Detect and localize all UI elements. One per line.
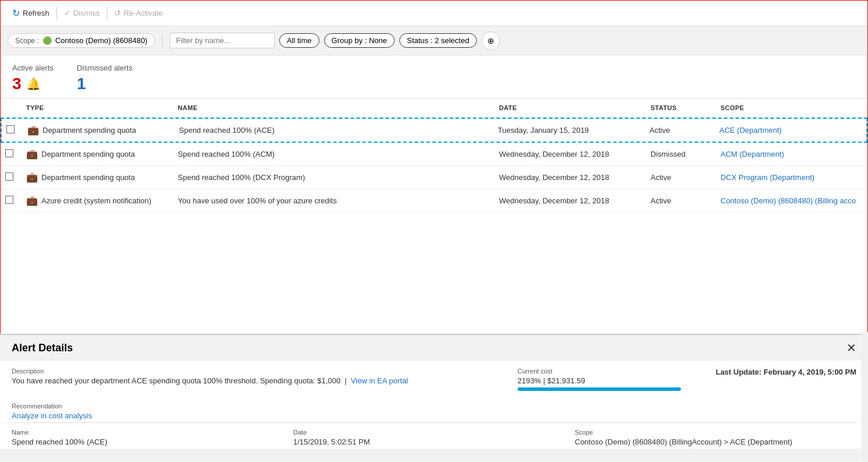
name-label: Name	[12, 429, 293, 436]
alert-details-title: Alert Details	[12, 342, 73, 354]
scope-divider	[162, 34, 163, 48]
reactivate-button[interactable]: ↺ Re-Activate	[110, 6, 167, 20]
dismissed-alerts-stat: Dismissed alerts 1	[77, 64, 132, 93]
row3-type: 💼 Department spending quota	[22, 167, 173, 188]
row3-name: Spend reached 100% (DCX Program)	[173, 168, 494, 186]
wallet-icon: 💼	[26, 149, 38, 160]
row4-status: Active	[646, 192, 716, 210]
active-alerts-label: Active alerts	[12, 64, 54, 72]
stats-area: Active alerts 3 🔔 Dismissed alerts 1	[1, 55, 867, 98]
bottom-scope-section: Scope Contoso (Demo) (8608480) (BillingA…	[575, 429, 856, 446]
table-row[interactable]: 💼 Azure credit (system notification) You…	[1, 189, 867, 213]
scope-value: Contoso (Demo) (8608480)	[55, 36, 147, 45]
row1-date: Tuesday, January 15, 2019	[493, 121, 645, 139]
filter-add-icon: ⊕	[487, 36, 494, 45]
filter-bar: Scope : 🟢 Contoso (Demo) (8608480) All t…	[1, 26, 867, 55]
col-header-status: STATUS	[646, 102, 716, 114]
row2-checkbox[interactable]	[1, 144, 22, 164]
row4-name: You have used over 100% of your azure cr…	[173, 192, 494, 210]
row1-name: Spend reached 100% (ACE)	[174, 121, 493, 139]
row3-date: Wednesday, December 12, 2018	[494, 168, 646, 186]
filter-input[interactable]	[170, 33, 275, 48]
table-row[interactable]: 💼 Department spending quota Spend reache…	[1, 143, 867, 166]
alert-details-bottom: Name Spend reached 100% (ACE) Date 1/15/…	[0, 423, 868, 449]
row1-checkbox[interactable]	[2, 121, 23, 140]
groupby-button[interactable]: Group by : None	[324, 33, 395, 48]
bottom-date-section: Date 1/15/2019, 5:02:51 PM	[293, 429, 575, 446]
alltime-button[interactable]: All time	[279, 33, 319, 48]
wallet-icon: 💼	[26, 172, 38, 183]
row4-checkbox[interactable]	[1, 191, 22, 210]
wallet-icon: 💼	[26, 195, 38, 206]
toolbar: ↻ Refresh ✓ Dismiss ↺ Re-Activate	[1, 1, 867, 26]
scope-label: Scope	[575, 429, 856, 436]
scope-label: Scope :	[15, 37, 39, 45]
row2-scope[interactable]: ACM (Department)	[716, 145, 867, 163]
view-ea-portal-link[interactable]: View in EA portal	[351, 376, 408, 385]
status-label: Status : 2 selected	[407, 36, 469, 45]
bell-icon: 🔔	[26, 77, 41, 91]
description-label: Description	[12, 368, 494, 375]
active-alerts-count: 3	[12, 75, 22, 93]
refresh-button[interactable]: ↻ Refresh	[8, 5, 54, 21]
dismiss-button[interactable]: ✓ Dismiss	[59, 6, 105, 20]
row4-date: Wednesday, December 12, 2018	[494, 192, 646, 210]
reactivate-icon: ↺	[114, 9, 121, 17]
table-row[interactable]: 💼 Department spending quota Spend reache…	[1, 166, 867, 189]
current-cost-label: Current cost	[518, 368, 693, 375]
last-update-section: Last Update: February 4, 2019, 5:00 PM	[716, 368, 856, 391]
description-text: You have reached your department ACE spe…	[12, 376, 494, 385]
close-button[interactable]: ✕	[846, 341, 856, 355]
date-label: Date	[293, 429, 575, 436]
recommendation-section: Recommendation Analyze in cost analysis	[0, 398, 868, 422]
refresh-icon: ↻	[12, 8, 20, 19]
status-button[interactable]: Status : 2 selected	[399, 33, 477, 48]
recommendation-label: Recommendation	[12, 403, 856, 410]
dismissed-alerts-label: Dismissed alerts	[77, 64, 132, 72]
col-header-scope: SCOPE	[716, 102, 867, 114]
row1-type: 💼 Department spending quota	[23, 120, 174, 140]
row2-date: Wednesday, December 12, 2018	[494, 145, 646, 163]
scope-button[interactable]: Scope : 🟢 Contoso (Demo) (8608480)	[8, 33, 155, 48]
toolbar-divider	[57, 6, 57, 20]
row3-scope[interactable]: DCX Program (Department)	[716, 168, 867, 186]
row3-status: Active	[646, 168, 716, 186]
bottom-name-section: Name Spend reached 100% (ACE)	[12, 429, 293, 446]
row4-type: 💼 Azure credit (system notification)	[22, 191, 173, 211]
scope-icon: 🟢	[43, 36, 52, 45]
row1-status: Active	[645, 121, 715, 139]
col-header-name: NAME	[173, 102, 494, 114]
groupby-label: Group by : None	[332, 36, 387, 45]
wallet-icon: 💼	[27, 125, 39, 136]
cost-bar-background	[518, 387, 681, 391]
row2-name: Spend reached 100% (ACM)	[173, 145, 494, 163]
col-header-check	[1, 102, 22, 114]
current-cost-section: Current cost 2193% | $21,931.59	[518, 368, 693, 391]
alert-details-header: Alert Details ✕	[0, 335, 868, 361]
scope-value: Contoso (Demo) (8608480) (BillingAccount…	[575, 438, 856, 446]
alert-details-panel: Alert Details ✕ Description You have rea…	[0, 334, 868, 462]
last-update-text: Last Update: February 4, 2019, 5:00 PM	[716, 368, 856, 376]
dismissed-alerts-count: 1	[77, 75, 86, 93]
current-cost-value: 2193% | $21,931.59	[518, 376, 693, 385]
row4-scope[interactable]: Contoso (Demo) (8608480) (Billing acco	[716, 192, 867, 210]
scrollbar[interactable]	[861, 332, 868, 462]
active-alerts-stat: Active alerts 3 🔔	[12, 64, 54, 93]
name-value: Spend reached 100% (ACE)	[12, 438, 293, 446]
filter-add-button[interactable]: ⊕	[482, 31, 500, 50]
cost-bar-fill	[518, 387, 681, 391]
table-header: TYPE NAME DATE STATUS SCOPE	[1, 98, 867, 118]
analyze-cost-link[interactable]: Analyze in cost analysis	[12, 411, 92, 420]
toolbar-divider2	[107, 6, 107, 20]
row2-type: 💼 Department spending quota	[22, 144, 173, 164]
col-header-date: DATE	[494, 102, 646, 114]
alert-details-body: Description You have reached your depart…	[0, 361, 868, 398]
col-header-type: TYPE	[22, 102, 173, 114]
date-value: 1/15/2019, 5:02:51 PM	[293, 438, 575, 446]
row2-status: Dismissed	[646, 145, 716, 163]
alert-description-section: Description You have reached your depart…	[12, 368, 494, 391]
alltime-label: All time	[287, 36, 312, 45]
row1-scope[interactable]: ACE (Department)	[715, 121, 866, 139]
row3-checkbox[interactable]	[1, 168, 22, 187]
table-row[interactable]: 💼 Department spending quota Spend reache…	[1, 118, 867, 143]
